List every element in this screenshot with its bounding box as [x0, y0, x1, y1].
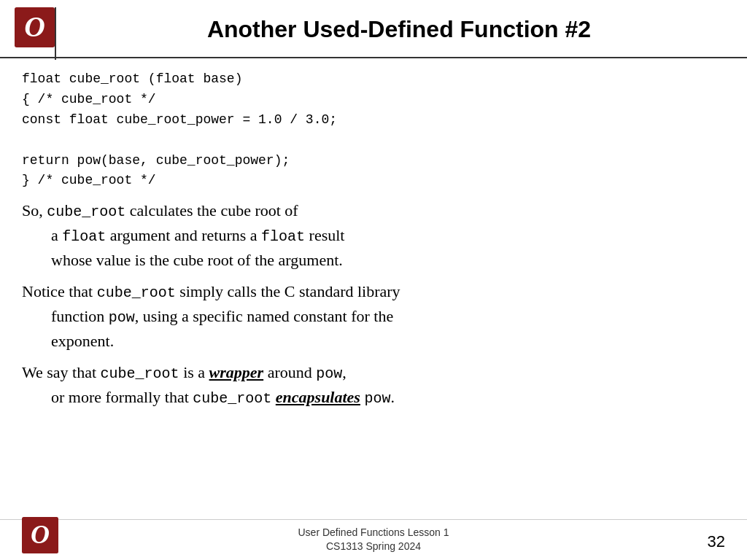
vertical-divider: [55, 7, 56, 60]
p3-code2: pow: [316, 365, 342, 382]
page-number: 32: [708, 532, 725, 551]
footer-line2: CS1313 Spring 2024: [298, 540, 449, 554]
slide-footer: O User Defined Functions Lesson 1 CS1313…: [0, 519, 747, 560]
p1-text2: calculates the cube root of: [130, 201, 298, 219]
p2-text4: , using a specific named constant for th…: [135, 307, 393, 325]
p1-code3: float: [261, 228, 305, 245]
footer-text: User Defined Functions Lesson 1 CS1313 S…: [298, 526, 449, 554]
p3-wrapper: wrapper: [209, 363, 264, 381]
p1-text3: a: [51, 226, 58, 244]
footer-line1: User Defined Functions Lesson 1: [298, 526, 449, 540]
header-logo: O: [15, 7, 58, 51]
p2-code1: cube_root: [97, 284, 176, 301]
p3-line2: or more formally that cube_root encapsul…: [22, 385, 725, 410]
p3-text3: around: [268, 363, 312, 381]
p3-text6: .: [390, 388, 395, 406]
p3-text4: ,: [342, 363, 347, 381]
p3-code3: cube_root: [193, 390, 271, 407]
paragraph-3: We say that cube_root is a wrapper aroun…: [22, 360, 725, 410]
code-line-4: [22, 131, 725, 151]
code-block: float cube_root (float base) { /* cube_r…: [22, 69, 725, 191]
paragraph-2: Notice that cube_root simply calls the C…: [22, 279, 725, 353]
p1-code1: cube_root: [47, 203, 125, 220]
slide-title: Another Used-Defined Function #2: [73, 16, 725, 43]
p1-line3: whose value is the cube root of the argu…: [22, 248, 725, 272]
p2-text3: function: [51, 307, 104, 325]
p3-code1: cube_root: [101, 365, 179, 382]
svg-text:O: O: [24, 11, 45, 43]
footer-logo: O: [22, 517, 58, 556]
slide-header: O Another Used-Defined Function #2: [0, 0, 747, 58]
p2-text1: Notice that: [22, 282, 93, 300]
code-line-2: { /* cube_root */: [22, 90, 725, 110]
p3-text1: We say that: [22, 363, 96, 381]
code-line-1: float cube_root (float base): [22, 69, 725, 90]
code-line-3: const float cube_root_power = 1.0 / 3.0;: [22, 110, 725, 131]
p1-line2: a float argument and returns a float res…: [22, 223, 725, 248]
p3-encapsulates: encapsulates: [276, 388, 360, 406]
p2-code2: pow: [109, 309, 135, 326]
slide-content: So, cube_root calculates the cube root o…: [0, 198, 747, 410]
code-line-5: return pow(base, cube_root_power);: [22, 151, 725, 171]
paragraph-1: So, cube_root calculates the cube root o…: [22, 198, 725, 272]
p2-line2: function pow, using a specific named con…: [22, 304, 725, 329]
p2-line3: exponent.: [22, 329, 725, 353]
p1-text1: So,: [22, 201, 43, 219]
p1-text5: result: [309, 226, 345, 244]
p1-text4: argument and returns a: [110, 226, 258, 244]
p3-code4: pow: [364, 390, 390, 407]
p1-code2: float: [62, 228, 106, 245]
p3-text2: is a: [183, 363, 205, 381]
p2-text2: simply calls the C standard library: [179, 282, 400, 300]
svg-text:O: O: [31, 520, 50, 549]
p3-text5: or more formally that: [51, 388, 189, 406]
code-line-6: } /* cube_root */: [22, 171, 725, 191]
